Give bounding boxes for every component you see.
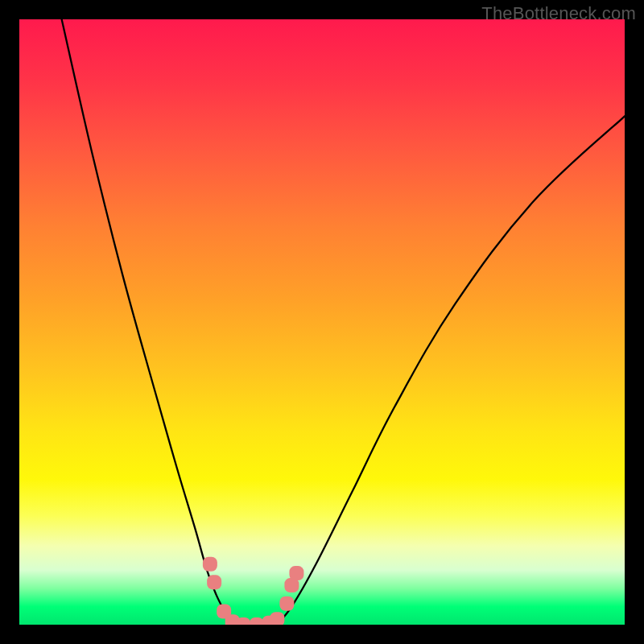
- data-marker: [279, 597, 294, 611]
- data-marker: [270, 612, 284, 625]
- plot-area: [19, 19, 625, 625]
- curve-layer: [19, 19, 625, 625]
- watermark-text: TheBottleneck.com: [481, 3, 636, 24]
- data-marker: [203, 557, 217, 572]
- chart-frame: TheBottleneck.com: [0, 0, 644, 644]
- data-marker: [289, 566, 303, 580]
- data-marker: [250, 617, 264, 625]
- data-marker: [207, 575, 221, 589]
- bottleneck-curve: [62, 19, 625, 625]
